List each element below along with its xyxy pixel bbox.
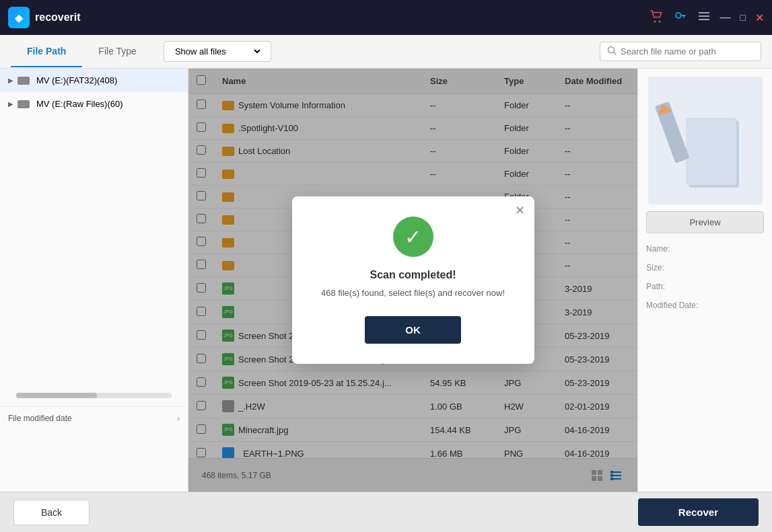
meta-path: Path: <box>646 282 764 293</box>
cart-icon[interactable] <box>649 9 664 27</box>
svg-point-0 <box>654 20 656 22</box>
sidebar-scroll-area <box>0 385 188 406</box>
minimize-button[interactable]: — <box>720 11 731 24</box>
footer-bar: Back Recover <box>0 492 772 532</box>
dialog-close-button[interactable]: ✕ <box>515 203 525 218</box>
expand-arrow-1: ▶ <box>8 77 13 84</box>
drive-icon-1 <box>17 77 30 85</box>
meta-modified: Modified Date: <box>646 301 764 311</box>
dialog-overlay: ✕ ✓ Scan completed! 468 file(s) found, s… <box>188 69 637 492</box>
preview-area <box>648 77 763 204</box>
search-icon <box>607 46 617 57</box>
titlebar-right: — □ ✕ <box>649 9 764 27</box>
preview-paper-front <box>686 118 736 185</box>
meta-modified-label: Modified Date: <box>646 301 764 310</box>
right-panel: Preview Name: Size: Path: Modified Date: <box>637 69 772 492</box>
back-button[interactable]: Back <box>13 500 90 525</box>
meta-name-label: Name: <box>646 244 764 254</box>
svg-line-7 <box>614 52 617 55</box>
preview-button[interactable]: Preview <box>646 211 764 233</box>
filter-date-section[interactable]: File modified date › <box>0 406 188 430</box>
main-container: File Path File Type Show all files Docum… <box>0 35 772 532</box>
expand-arrow-2: ▶ <box>8 100 13 108</box>
dialog-box: ✕ ✓ Scan completed! 468 file(s) found, s… <box>292 196 534 364</box>
dialog-success-icon: ✓ <box>393 217 433 257</box>
drive-icon-2 <box>17 100 30 108</box>
titlebar-left: recoverit <box>8 7 81 28</box>
tab-file-type[interactable]: File Type <box>82 36 153 67</box>
dialog-title: Scan completed! <box>319 269 507 281</box>
meta-path-label: Path: <box>646 282 764 291</box>
drive-label-1: MV (E:)(FAT32)(408) <box>36 75 117 85</box>
app-logo <box>8 7 30 28</box>
titlebar: recoverit — □ <box>0 0 772 35</box>
app-title: recoverit <box>35 11 81 24</box>
sidebar-item-drive2[interactable]: ▶ MV (E:(Raw Files)(60) <box>0 92 188 116</box>
content-area: ▶ MV (E:)(FAT32)(408) ▶ MV (E:(Raw Files… <box>0 69 772 492</box>
meta-size: Size: <box>646 263 764 274</box>
file-list-container: Name Size Type Date Modified <box>188 69 637 492</box>
filter-select[interactable]: Show all files Documents Images Videos A… <box>172 46 262 57</box>
preview-pencil <box>654 102 689 163</box>
meta-size-label: Size: <box>646 263 764 272</box>
meta-name: Name: <box>646 244 764 255</box>
menu-icon[interactable] <box>697 9 711 26</box>
search-input[interactable] <box>621 46 754 56</box>
sidebar: ▶ MV (E:)(FAT32)(408) ▶ MV (E:(Raw Files… <box>0 69 188 492</box>
tab-bar: File Path File Type Show all files Docum… <box>0 35 772 69</box>
svg-point-2 <box>676 13 681 18</box>
recover-button[interactable]: Recover <box>638 498 759 526</box>
tab-file-path[interactable]: File Path <box>11 36 82 67</box>
maximize-button[interactable]: □ <box>740 12 746 23</box>
filter-dropdown[interactable]: Show all files Documents Images Videos A… <box>164 41 271 62</box>
search-box <box>600 42 761 61</box>
dialog-ok-button[interactable]: OK <box>365 316 461 344</box>
sidebar-item-drive1[interactable]: ▶ MV (E:)(FAT32)(408) <box>0 69 188 92</box>
close-button[interactable]: ✕ <box>755 11 764 24</box>
drive-label-2: MV (E:(Raw Files)(60) <box>36 99 123 109</box>
dialog-message: 468 file(s) found, select file(s) and re… <box>319 287 507 300</box>
filter-date-arrow: › <box>177 414 180 422</box>
key-icon[interactable] <box>673 9 688 27</box>
horizontal-scrollbar[interactable] <box>16 393 172 398</box>
filter-date-label: File modified date <box>8 414 72 423</box>
svg-point-1 <box>658 20 660 22</box>
